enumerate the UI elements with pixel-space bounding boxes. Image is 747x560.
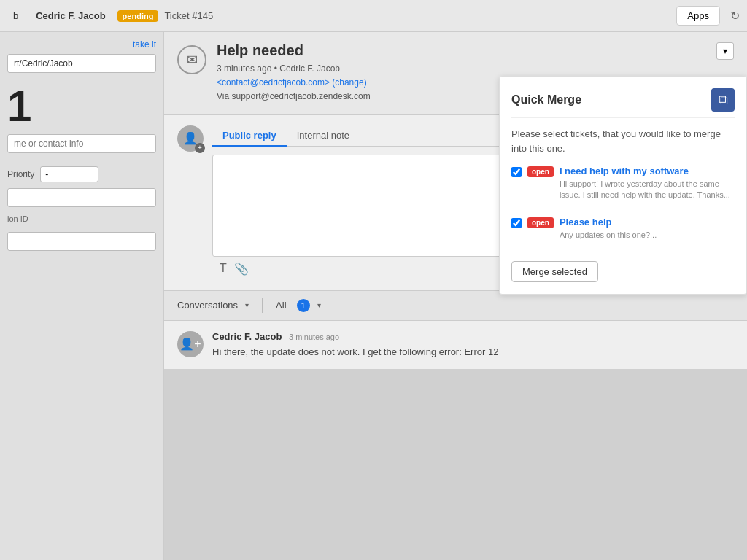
conversations-divider — [262, 298, 263, 313]
conversations-count-badge: 1 — [297, 299, 310, 312]
top-bar: b Cedric F. Jacob pending Ticket #145 Ap… — [0, 0, 747, 32]
conversations-filter-chevron[interactable]: ▾ — [317, 301, 321, 309]
tags-input[interactable] — [7, 188, 156, 207]
ext-id-input[interactable] — [7, 232, 156, 251]
ticket-2-status-badge: open — [527, 217, 554, 228]
conversation-message: 👤 + Cedric F. Jacob 3 minutes ago Hi the… — [164, 321, 747, 370]
merge-ticket-checkbox-1[interactable] — [511, 167, 522, 177]
merge-selected-button[interactable]: Merge selected — [511, 261, 598, 282]
text-format-icon[interactable]: T — [220, 262, 227, 275]
ticket-email[interactable]: <contact@cedricfjacob.com> — [217, 77, 330, 88]
ticket-author: Cedric F. Jacob — [279, 63, 340, 74]
ticket-2-title[interactable]: Please help — [560, 217, 735, 228]
message-time: 3 minutes ago — [289, 332, 339, 341]
email-icon: ✉ — [177, 45, 206, 74]
pending-badge: pending — [117, 10, 159, 22]
quick-merge-icon: ⧉ — [711, 88, 735, 112]
quick-merge-header: Quick Merge ⧉ — [511, 88, 735, 118]
ticket-1-status-badge: open — [527, 166, 554, 177]
message-author: Cedric F. Jacob — [212, 331, 282, 342]
ticket-time: 3 minutes ago — [217, 63, 271, 74]
ticket-1-content: I need help with my software Hi support!… — [560, 166, 735, 201]
change-link[interactable]: (change) — [332, 77, 366, 88]
contact-input[interactable] — [7, 134, 156, 153]
conversations-all[interactable]: All — [276, 300, 286, 311]
ticket-1-title[interactable]: I need help with my software — [560, 166, 735, 176]
tab-cedric[interactable]: Cedric F. Jacob — [30, 7, 111, 24]
quick-merge-title: Quick Merge — [511, 93, 581, 106]
ticket-info: Help needed 3 minutes ago • Cedric F. Ja… — [217, 42, 371, 104]
ticket-2-preview: Any updates on this one?... — [560, 230, 735, 241]
quick-merge-description: Please select tickets, that you would li… — [511, 127, 735, 155]
ticket-2-content: Please help Any updates on this one?... — [560, 217, 735, 241]
merge-ticket-checkbox-2[interactable] — [511, 218, 522, 228]
priority-label: Priority — [7, 169, 34, 179]
refresh-icon[interactable]: ↻ — [730, 9, 740, 23]
ticket-number: Ticket #145 — [164, 10, 213, 21]
tab-b[interactable]: b — [7, 7, 24, 24]
message-text: Hi there, the update does not work. I ge… — [212, 345, 734, 359]
ticket-1-preview: Hi support! I wrote yesterday about the … — [560, 179, 735, 201]
tab-internal-note[interactable]: Internal note — [287, 125, 360, 147]
quick-merge-panel: Quick Merge ⧉ Please select tickets, tha… — [499, 76, 747, 295]
conversations-label[interactable]: Conversations — [177, 300, 238, 311]
ticket-title: Help needed — [217, 42, 371, 59]
take-it-link[interactable]: take it — [7, 39, 156, 50]
big-number: 1 — [7, 85, 156, 128]
message-content: Cedric F. Jacob 3 minutes ago Hi there, … — [212, 331, 734, 359]
priority-select[interactable] — [40, 166, 98, 182]
tab-public-reply[interactable]: Public reply — [212, 125, 287, 147]
priority-row: Priority — [7, 166, 156, 182]
requester-input[interactable] — [7, 54, 156, 73]
message-avatar: 👤 + — [177, 331, 204, 357]
apps-button[interactable]: Apps — [676, 6, 720, 26]
msg-plus-badge: + — [194, 338, 201, 351]
plus-badge: + — [195, 143, 205, 153]
user-avatar: 👤 + — [177, 125, 204, 152]
ticket-via: Via support@cedricfjacob.zendesk.com — [217, 91, 371, 101]
main-layout: take it 1 Priority ion ID ✉ Help needed … — [0, 32, 747, 560]
ext-id-label: ion ID — [7, 214, 156, 223]
conversations-chevron[interactable]: ▾ — [245, 301, 249, 309]
main-content: ✉ Help needed 3 minutes ago • Cedric F. … — [164, 32, 747, 560]
attach-icon[interactable]: 📎 — [234, 262, 249, 276]
ticket-meta: 3 minutes ago • Cedric F. Jacob <contact… — [217, 62, 371, 104]
merge-ticket-item-1: open I need help with my software Hi sup… — [511, 166, 735, 209]
ticket-dropdown-button[interactable]: ▾ — [716, 42, 734, 60]
merge-ticket-item-2: open Please help Any updates on this one… — [511, 217, 735, 248]
left-sidebar: take it 1 Priority ion ID — [0, 32, 164, 560]
